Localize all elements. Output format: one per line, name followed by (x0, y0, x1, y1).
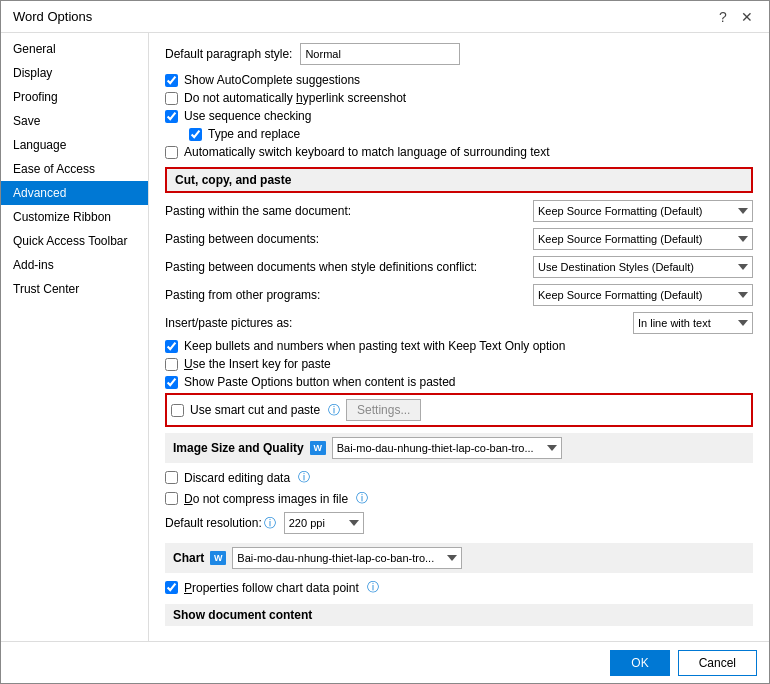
autocomplete-label: Show AutoComplete suggestions (184, 73, 360, 87)
doc-icon-image: W (310, 441, 326, 455)
no-compress-info-icon: ⓘ (356, 490, 368, 507)
auto-keyboard-label: Automatically switch keyboard to match l… (184, 145, 550, 159)
smart-cut-label: Use smart cut and paste (190, 403, 320, 417)
no-compress-row: Do not compress images in file ⓘ (165, 488, 753, 509)
chart-doc-select[interactable]: Bai-mo-dau-nhung-thiet-lap-co-ban-tro... (232, 547, 462, 569)
sidebar-item-display[interactable]: Display (1, 61, 148, 85)
paste-other-select[interactable]: Keep Source Formatting (Default) (533, 284, 753, 306)
show-document-content-header: Show document content (165, 604, 753, 626)
keep-bullets-row: Keep bullets and numbers when pasting te… (165, 337, 753, 355)
paste-pictures-select[interactable]: In line with text (633, 312, 753, 334)
paste-same-doc-row: Pasting within the same document: Keep S… (165, 197, 753, 225)
auto-keyboard-checkbox[interactable] (165, 146, 178, 159)
paste-between-docs-row: Pasting between documents: Keep Source F… (165, 225, 753, 253)
properties-follow-label: Properties follow chart data point (184, 581, 359, 595)
dialog-body: General Display Proofing Save Language E… (1, 33, 769, 641)
sidebar-item-proofing[interactable]: Proofing (1, 85, 148, 109)
default-para-select[interactable]: Normal (300, 43, 460, 65)
sidebar: General Display Proofing Save Language E… (1, 33, 149, 641)
word-options-dialog: Word Options ? ✕ General Display Proofin… (0, 0, 770, 684)
sidebar-item-quick-access-toolbar[interactable]: Quick Access Toolbar (1, 229, 148, 253)
paste-conflict-select[interactable]: Use Destination Styles (Default) (533, 256, 753, 278)
paste-options: Pasting within the same document: Keep S… (165, 197, 753, 337)
sidebar-item-trust-center[interactable]: Trust Center (1, 277, 148, 301)
resolution-row: Default resolution:ⓘ 220 ppi (165, 509, 753, 537)
autocomplete-row: Show AutoComplete suggestions (165, 71, 753, 89)
auto-keyboard-row: Automatically switch keyboard to match l… (165, 143, 753, 161)
paste-conflict-row: Pasting between documents when style def… (165, 253, 753, 281)
sidebar-item-advanced[interactable]: Advanced (1, 181, 148, 205)
paste-options-btn-row: Show Paste Options button when content i… (165, 373, 753, 391)
smart-cut-settings-button[interactable]: Settings... (346, 399, 421, 421)
insert-key-checkbox[interactable] (165, 358, 178, 371)
paste-between-label: Pasting between documents: (165, 232, 533, 246)
ok-button[interactable]: OK (610, 650, 669, 676)
sidebar-item-save[interactable]: Save (1, 109, 148, 133)
default-para-label: Default paragraph style: (165, 47, 292, 61)
dialog-footer: OK Cancel (1, 641, 769, 683)
image-size-quality-label: Image Size and Quality (173, 441, 304, 455)
sidebar-item-ease-of-access[interactable]: Ease of Access (1, 157, 148, 181)
keep-bullets-checkbox[interactable] (165, 340, 178, 353)
no-compress-label: Do not compress images in file (184, 492, 348, 506)
hyperlink-label: Do not automatically hyperlink screensho… (184, 91, 406, 105)
type-replace-label: Type and replace (208, 127, 300, 141)
paste-pictures-label: Insert/paste pictures as: (165, 316, 633, 330)
smart-cut-info-icon: ⓘ (328, 402, 340, 419)
paste-other-label: Pasting from other programs: (165, 288, 533, 302)
discard-editing-checkbox[interactable] (165, 471, 178, 484)
type-replace-checkbox[interactable] (189, 128, 202, 141)
top-items: Default paragraph style: Normal Show Aut… (165, 41, 753, 161)
close-button[interactable]: ✕ (737, 7, 757, 27)
image-doc-select[interactable]: Bai-mo-dau-nhung-thiet-lap-co-ban-tro... (332, 437, 562, 459)
discard-editing-info-icon: ⓘ (298, 469, 310, 486)
resolution-info-icon: ⓘ (264, 516, 276, 530)
title-bar: Word Options ? ✕ (1, 1, 769, 33)
sidebar-item-general[interactable]: General (1, 37, 148, 61)
sequence-row: Use sequence checking (165, 107, 753, 125)
paste-other-programs-row: Pasting from other programs: Keep Source… (165, 281, 753, 309)
sequence-checkbox[interactable] (165, 110, 178, 123)
paste-same-select[interactable]: Keep Source Formatting (Default) (533, 200, 753, 222)
type-replace-row: Type and replace (165, 125, 753, 143)
sidebar-item-add-ins[interactable]: Add-ins (1, 253, 148, 277)
resolution-select[interactable]: 220 ppi (284, 512, 364, 534)
cut-copy-paste-header: Cut, copy, and paste (165, 167, 753, 193)
smart-cut-row: Use smart cut and paste ⓘ Settings... (165, 393, 753, 427)
discard-editing-row: Discard editing data ⓘ (165, 467, 753, 488)
image-size-quality-header: Image Size and Quality W Bai-mo-dau-nhun… (165, 433, 753, 463)
paste-options-checkbox[interactable] (165, 376, 178, 389)
paste-between-select[interactable]: Keep Source Formatting (Default) (533, 228, 753, 250)
paste-pictures-row: Insert/paste pictures as: In line with t… (165, 309, 753, 337)
paste-same-label: Pasting within the same document: (165, 204, 533, 218)
cancel-button[interactable]: Cancel (678, 650, 757, 676)
dialog-title: Word Options (13, 9, 92, 24)
paste-conflict-label: Pasting between documents when style def… (165, 260, 533, 274)
sequence-label: Use sequence checking (184, 109, 311, 123)
discard-editing-label: Discard editing data (184, 471, 290, 485)
hyperlink-checkbox[interactable] (165, 92, 178, 105)
keep-bullets-label: Keep bullets and numbers when pasting te… (184, 339, 565, 353)
no-compress-checkbox[interactable] (165, 492, 178, 505)
title-bar-controls: ? ✕ (713, 7, 757, 27)
sidebar-item-customize-ribbon[interactable]: Customize Ribbon (1, 205, 148, 229)
chart-label: Chart (173, 551, 204, 565)
resolution-label: Default resolution:ⓘ (165, 515, 276, 532)
smart-cut-checkbox[interactable] (171, 404, 184, 417)
help-button[interactable]: ? (713, 7, 733, 27)
insert-key-row: Use the Insert key for paste (165, 355, 753, 373)
insert-key-label: Use the Insert key for paste (184, 357, 331, 371)
autocomplete-checkbox[interactable] (165, 74, 178, 87)
properties-info-icon: ⓘ (367, 579, 379, 596)
content-area: Default paragraph style: Normal Show Aut… (149, 33, 769, 638)
paste-options-label: Show Paste Options button when content i… (184, 375, 456, 389)
doc-icon-chart: W (210, 551, 226, 565)
main-content: Default paragraph style: Normal Show Aut… (149, 33, 769, 641)
chart-header: Chart W Bai-mo-dau-nhung-thiet-lap-co-ba… (165, 543, 753, 573)
sidebar-item-language[interactable]: Language (1, 133, 148, 157)
default-paragraph-row: Default paragraph style: Normal (165, 41, 753, 67)
properties-follow-row: Properties follow chart data point ⓘ (165, 577, 753, 598)
hyperlink-row: Do not automatically hyperlink screensho… (165, 89, 753, 107)
properties-follow-checkbox[interactable] (165, 581, 178, 594)
